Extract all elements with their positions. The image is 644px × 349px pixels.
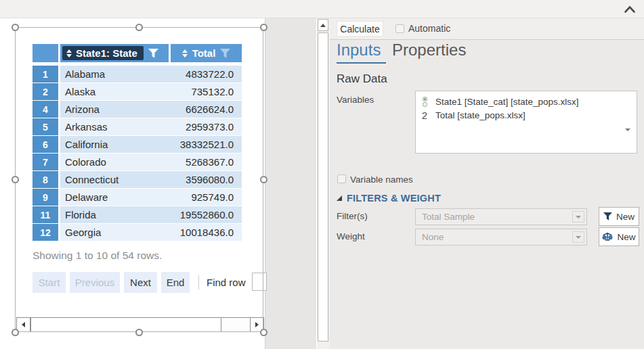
- resize-handle-bottom-middle[interactable]: [135, 329, 143, 336]
- resize-handle-bottom-right[interactable]: [260, 329, 267, 336]
- chevron-down-icon[interactable]: [625, 129, 630, 131]
- inspector-toolbar: Calculate Automatic: [330, 18, 644, 40]
- filter-dropdown[interactable]: Total Sample: [415, 208, 587, 225]
- variable-item[interactable]: 2 Total [state_pops.xlsx]: [420, 108, 632, 122]
- filter-label: Filter(s): [337, 211, 368, 221]
- canvas-gutter: [265, 18, 316, 349]
- scroll-up-button[interactable]: [318, 19, 328, 31]
- raw-data-heading: Raw Data: [337, 72, 387, 86]
- resize-handle-top-right[interactable]: [260, 24, 267, 31]
- variable-names-label: Variable names: [350, 174, 413, 185]
- variable-item-label: State1 [State_cat] [state_pops.xlsx]: [435, 97, 579, 107]
- filter-dropdown-value: Total Sample: [416, 212, 572, 222]
- chevron-up-icon[interactable]: [624, 5, 636, 14]
- vertical-scrollbar-thumb[interactable]: [318, 32, 328, 342]
- variable-names-checkbox[interactable]: [337, 174, 346, 183]
- calculate-button[interactable]: Calculate: [337, 21, 383, 37]
- resize-handle-top-left[interactable]: [12, 24, 19, 31]
- resize-handle-middle-right[interactable]: [260, 176, 267, 183]
- resize-handle-top-middle[interactable]: [135, 24, 143, 31]
- active-tab-underline: [337, 62, 386, 64]
- new-weight-label: New: [617, 232, 635, 242]
- weight-scales-icon: [602, 233, 613, 241]
- filter-funnel-icon: [603, 212, 612, 220]
- object-inspector-panel: Calculate Automatic Inputs Properties Ra…: [330, 18, 644, 349]
- chevron-down-icon: [576, 236, 581, 239]
- new-filter-button[interactable]: New: [599, 207, 639, 226]
- new-weight-button[interactable]: New: [599, 227, 639, 246]
- resize-handle-bottom-left[interactable]: [12, 329, 19, 336]
- weight-label: Weight: [337, 231, 365, 241]
- dropdown-caret-button[interactable]: [572, 211, 584, 223]
- top-toolbar-strip: [0, 0, 644, 18]
- variables-listbox[interactable]: State1 [State_cat] [state_pops.xlsx] 2 T…: [415, 91, 637, 154]
- variable-item[interactable]: State1 [State_cat] [state_pops.xlsx]: [420, 95, 632, 108]
- numeric-variable-icon: 2: [420, 110, 429, 121]
- automatic-label: Automatic: [408, 23, 450, 34]
- application-window: State1: State Total 1 Alabama: [0, 0, 644, 349]
- collapse-triangle-icon: [337, 195, 342, 201]
- tab-inputs[interactable]: Inputs: [337, 41, 381, 60]
- automatic-checkbox[interactable]: [395, 24, 404, 33]
- chevron-down-icon: [576, 216, 581, 218]
- variables-label: Variables: [337, 95, 374, 105]
- resize-handle-middle-left[interactable]: [12, 176, 19, 183]
- weight-dropdown[interactable]: None: [415, 229, 587, 246]
- new-filter-label: New: [616, 212, 635, 222]
- filters-weight-section-header[interactable]: FILTERS & WEIGHT: [337, 193, 441, 204]
- weight-dropdown-value: None: [416, 232, 572, 242]
- variable-item-label: Total [state_pops.xlsx]: [435, 110, 525, 120]
- categorical-variable-icon: [420, 97, 429, 107]
- dropdown-caret-button[interactable]: [572, 231, 584, 243]
- filters-weight-heading: FILTERS & WEIGHT: [347, 193, 441, 204]
- widget-selection-outline: [15, 27, 263, 332]
- vertical-scrollbar[interactable]: [317, 18, 330, 349]
- tab-properties[interactable]: Properties: [392, 41, 466, 60]
- arrow-up-icon: [320, 24, 326, 27]
